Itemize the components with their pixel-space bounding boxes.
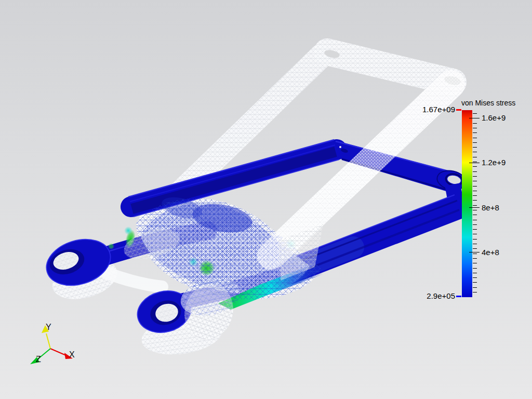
orientation-axes-widget: X Y Z [16, 312, 94, 379]
stress-hotspot-small-green [108, 243, 114, 249]
deformed-stress-model [41, 140, 468, 338]
axis-x-line [50, 349, 66, 355]
wireframe-arm-left [107, 273, 162, 287]
wireframe-end-plate-mesh [327, 52, 453, 82]
axis-y-label: Y [46, 323, 51, 331]
stress-hotspot-left-arm-teal [124, 227, 132, 235]
axis-y-line [46, 334, 50, 349]
axis-z-label: Z [36, 355, 41, 364]
wireframe-undeformed-model [48, 49, 462, 360]
axis-x-label: X [69, 350, 75, 359]
deformed-plate-glint [339, 146, 341, 148]
deformed-upper-beam-core [132, 152, 336, 209]
